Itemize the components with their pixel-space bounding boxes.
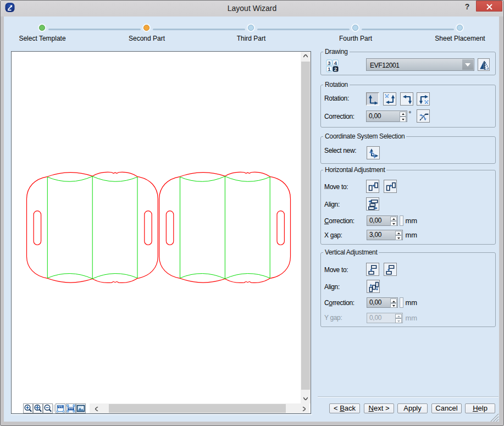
svg-text:1: 1 <box>328 66 331 72</box>
svg-text:4: 4 <box>334 59 337 65</box>
svg-text:3: 3 <box>328 59 330 65</box>
svg-text:2: 2 <box>334 66 337 72</box>
